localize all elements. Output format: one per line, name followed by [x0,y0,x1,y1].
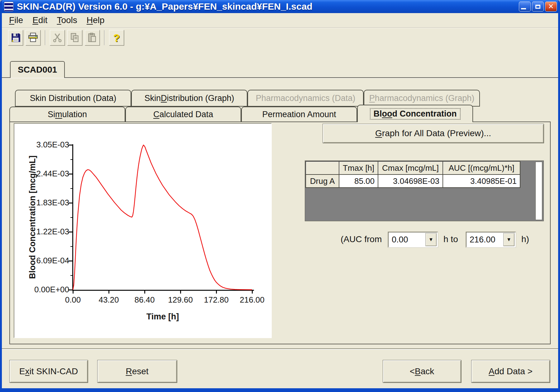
y-tick-major [69,145,73,146]
menu-tools[interactable]: Tools [52,14,82,26]
app-icon [4,2,14,12]
auc-from-value: 0.00 [392,235,408,245]
cell-cmax: 3.04698E-03 [378,174,443,188]
document-tab-baseline [2,77,558,78]
tab-blood-concentration[interactable]: Blood Concentration [357,105,473,122]
chart-panel: Blood Concentration [mcg/mL] Time [h] 0.… [14,123,272,338]
y-tick-major [69,232,73,232]
cut-button [50,30,65,45]
menu-edit[interactable]: Edit [28,14,52,26]
tab-blood-concentration-label: Blood Concentration [370,108,461,120]
tab-skin-distribution-graph[interactable]: Skin Distribution (Graph) [131,90,247,107]
menu-help[interactable]: Help [82,14,109,26]
y-tick-major [69,174,73,174]
y-tick-major [69,261,73,261]
x-tick-major [180,290,181,294]
print-icon [28,32,38,43]
add-data-button[interactable]: Add Data > [471,360,550,383]
help-icon: ? [113,32,120,43]
concentration-curve-plot [73,145,252,290]
x-tick-major [252,290,253,294]
auc-to-dropdown-button[interactable]: ▼ [503,233,515,246]
tab-calculated-data[interactable]: Calculated Data [125,107,241,122]
y-tick-label: 1.83E-03 [17,198,69,208]
chevron-down-icon: ▼ [428,237,433,242]
window-title: SKIN-CAD(R) Version 6.0 - g:¥A_Papers¥FE… [17,1,313,12]
toolbar: ? [2,28,558,47]
y-tick-minor [70,275,73,276]
maximize-button[interactable] [532,2,544,12]
x-tick-major [108,290,109,294]
cut-icon [52,32,63,43]
copy-icon [69,32,80,43]
y-tick-minor [70,246,73,247]
minimize-icon [521,8,526,9]
tab-row-lower: Simulation Calculated Data Permeation Am… [9,107,473,122]
y-tick-minor [70,217,73,218]
auc-to-value: 216.00 [470,235,495,245]
x-tick-major [216,290,217,294]
menu-bar: File Edit Tools Help [2,13,558,27]
reset-button[interactable]: Reset [97,360,177,383]
tab-row-upper: Skin Distribution (Data) Skin Distributi… [15,90,480,107]
tab-skin-distribution-data[interactable]: Skin Distribution (Data) [15,90,131,107]
menu-file[interactable]: File [4,14,28,26]
maximize-icon [535,5,540,9]
footer-separator [2,348,558,350]
tab-pharmacodynamics-data: Pharmacodynamics (Data) [247,90,364,107]
save-icon [10,32,21,43]
y-tick-label: 6.09E-04 [17,256,69,266]
tab-pharmacodynamics-graph: Pharmacodynamics (Graph) [364,90,480,107]
column-header-tmax: Tmax [h] [339,161,378,174]
table-scrollbar[interactable] [535,162,542,220]
y-tick-major [69,203,73,203]
save-button[interactable] [8,30,23,45]
exit-skincad-button[interactable]: Exit SKIN-CAD [9,360,88,383]
window-controls: ✕ [519,2,557,12]
document-tab-scad001[interactable]: SCAD001 [10,61,65,78]
tab-permeation-amount[interactable]: Permeation Amount [241,107,357,122]
copy-button [67,30,82,45]
auc-from-dropdown-button[interactable]: ▼ [425,233,437,246]
toolbar-separator [45,30,45,45]
y-tick-major [69,289,73,290]
back-button[interactable]: < Back [383,360,461,383]
column-header-blank [306,161,339,174]
y-tick-label: 1.22E-03 [17,227,69,237]
close-button[interactable]: ✕ [545,2,557,12]
auc-range-suffix-label: h) [521,234,529,244]
results-table-header: Tmax [h] Cmax [mcg/mL] AUC [(mcg/mL)*h] [306,161,520,174]
toolbar-separator [104,30,105,45]
chevron-down-icon: ▼ [506,237,511,242]
x-axis-line [72,290,254,291]
y-tick-label: 0.00E+00 [17,285,69,295]
column-header-auc: AUC [(mcg/mL)*h] [443,161,520,174]
auc-from-combobox[interactable]: 0.00 ▼ [388,232,438,247]
concentration-curve [73,145,252,290]
x-tick-major [144,290,145,294]
tab-simulation[interactable]: Simulation [9,107,125,122]
y-tick-minor [70,159,73,160]
application-window: SKIN-CAD(R) Version 6.0 - g:¥A_Papers¥FE… [0,0,560,392]
title-bar: SKIN-CAD(R) Version 6.0 - g:¥A_Papers¥FE… [0,0,560,13]
column-header-cmax: Cmax [mcg/mL] [378,161,443,174]
minimize-button[interactable] [519,2,531,12]
x-tick-major [73,290,74,294]
results-panel: Tmax [h] Cmax [mcg/mL] AUC [(mcg/mL)*h] … [305,160,544,221]
table-row[interactable]: Drug A 85.00 3.04698E-03 3.40985E-01 [306,174,520,188]
help-button[interactable]: ? [109,30,124,45]
graph-all-data-preview-button[interactable]: Graph for All Data (Preview)... [323,124,544,143]
auc-to-combobox[interactable]: 216.00 ▼ [466,232,516,247]
x-axis-title: Time [h] [116,312,209,322]
close-icon: ✕ [548,3,554,10]
paste-icon [87,32,98,43]
auc-range-prefix-label: (AUC from [341,234,382,244]
print-button[interactable] [26,30,41,45]
y-tick-minor [70,188,73,189]
x-tick-label: 216.00 [229,295,275,305]
y-tick-label: 3.05E-03 [17,140,69,150]
cell-auc: 3.40985E-01 [443,174,520,188]
paste-button [85,30,100,45]
results-table: Tmax [h] Cmax [mcg/mL] AUC [(mcg/mL)*h] … [305,161,520,188]
row-label-drug-a: Drug A [306,174,339,188]
